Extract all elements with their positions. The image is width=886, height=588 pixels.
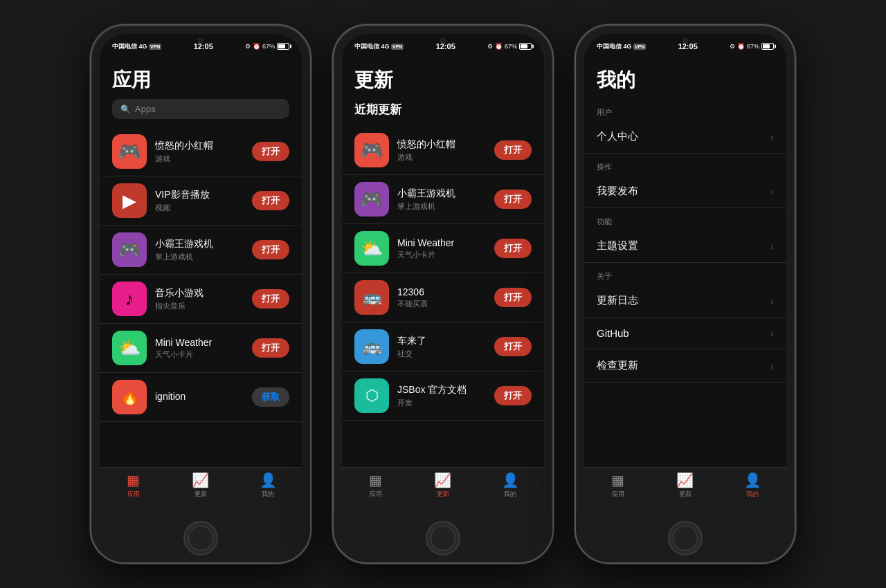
app-btn-4[interactable]: 打开 [252,289,289,309]
update-name-1: 愤怒的小红帽 [397,138,486,151]
app-name-4: 音乐小游戏 [155,287,244,300]
update-btn-3[interactable]: 打开 [494,239,532,258]
tab-mine-2[interactable]: 👤 我的 [477,472,544,499]
tab-updates-icon-3: 📈 [676,472,694,488]
tab-apps-1[interactable]: ▦ 应用 [100,472,167,499]
tab-updates-1[interactable]: 📈 更新 [167,472,234,499]
tab-apps-2[interactable]: ▦ 应用 [342,472,409,499]
menu-item-github[interactable]: GitHub › [584,318,786,349]
phone-apps-screen: 中国电信 4G VPN 12:05 ⚙ ⏰ 67% 应用 🔍 Apps [100,34,302,506]
app-name-2: VIP影音播放 [155,189,244,201]
home-button-inner-3 [673,526,698,551]
apps-search-bar[interactable]: 🔍 Apps [112,99,289,119]
settings-icon-3: ⚙ [730,43,735,50]
app-btn-1[interactable]: 打开 [252,142,289,161]
app-item-1: 🎮 愤怒的小红帽 游戏 打开 [100,127,302,176]
app-item-3: 🎮 小霸王游戏机 掌上游戏机 打开 [100,226,302,275]
phone-bottom-2 [334,514,552,562]
tab-apps-3[interactable]: ▦ 应用 [584,472,651,499]
tab-mine-icon-1: 👤 [260,472,277,488]
status-bar-2: 中国电信 4G VPN 12:05 ⚙ ⏰ 67% [342,34,544,56]
update-cat-2: 掌上游戏机 [397,201,486,212]
app-name-6: ignition [155,391,244,402]
update-item-1: 🎮 愤怒的小红帽 游戏 打开 [342,126,544,175]
home-button-3[interactable] [668,521,703,555]
menu-label-profile: 个人中心 [597,130,638,143]
status-right-2: ⚙ ⏰ 67% [487,43,532,50]
update-cat-3: 天气小卡片 [397,250,486,260]
tab-mine-3[interactable]: 👤 我的 [719,472,786,499]
update-btn-4[interactable]: 打开 [494,288,532,307]
app-info-6: ignition [155,391,244,403]
menu-item-checkupdate[interactable]: 检查更新 › [584,349,786,383]
front-camera-1 [198,38,204,44]
app-info-5: Mini Weather 天气小卡片 [155,337,244,360]
tab-mine-1[interactable]: 👤 我的 [235,472,302,499]
update-name-4: 12306 [397,286,486,297]
menu-item-profile[interactable]: 个人中心 › [584,120,786,154]
chevron-theme: › [770,241,774,252]
alarm-icon-3: ⏰ [737,43,745,50]
apps-screen-content: 应用 🔍 Apps 🎮 愤怒的小红帽 游戏 [100,56,302,506]
update-btn-1[interactable]: 打开 [494,140,532,160]
updates-screen-content: 更新 近期更新 🎮 愤怒的小红帽 游戏 打开 [342,56,544,506]
menu-item-publish[interactable]: 我要发布 › [584,175,786,208]
menu-item-theme[interactable]: 主题设置 › [584,230,786,263]
tab-updates-3[interactable]: 📈 更新 [651,472,718,499]
tab-mine-label-2: 我的 [504,490,516,499]
app-icon-3: 🎮 [112,232,147,267]
app-cat-2: 视频 [155,203,244,213]
update-icon-6: ⬡ [354,378,389,413]
chevron-profile: › [770,131,774,143]
update-icon-1: 🎮 [354,133,389,167]
home-button-2[interactable] [426,521,460,555]
app-btn-3[interactable]: 打开 [252,240,289,259]
update-item-6: ⬡ JSBox 官方文档 开发 打开 [342,371,544,421]
time-3: 12:05 [678,42,698,50]
app-icon-5: ⛅ [112,331,147,365]
carrier-2: 中国电信 4G VPN [354,42,404,51]
updates-tab-bar: ▦ 应用 📈 更新 👤 我的 [342,467,544,506]
app-cat-3: 掌上游戏机 [155,252,244,262]
tab-updates-label-3: 更新 [679,490,691,499]
section-header-about: 关于 [584,263,786,284]
home-button-1[interactable] [183,521,218,555]
app-cat-1: 游戏 [155,154,244,164]
time-2: 12:05 [436,42,455,50]
mine-tab-bar: ▦ 应用 📈 更新 👤 我的 [584,467,786,506]
time-1: 12:05 [194,42,213,50]
status-bar-3: 中国电信 4G VPN 12:05 ⚙ ⏰ 67% [584,34,786,56]
app-cat-4: 指尖音乐 [155,301,244,311]
phone-mine-screen: 中国电信 4G VPN 12:05 ⚙ ⏰ 67% 我的 用户 个人中心 › [584,34,786,506]
chevron-publish: › [770,186,774,197]
carrier-1: 中国电信 4G VPN [112,42,161,51]
phone-mine: 中国电信 4G VPN 12:05 ⚙ ⏰ 67% 我的 用户 个人中心 › [575,24,796,564]
update-btn-2[interactable]: 打开 [494,190,532,209]
tab-updates-label-2: 更新 [437,490,449,499]
chevron-github: › [770,328,774,339]
app-cat-5: 天气小卡片 [155,349,244,360]
update-btn-6[interactable]: 打开 [494,386,532,405]
app-info-2: VIP影音播放 视频 [155,189,244,213]
phone-updates-screen: 中国电信 4G VPN 12:05 ⚙ ⏰ 67% 更新 近期更新 🎮 [342,34,544,506]
status-bar-1: 中国电信 4G VPN 12:05 ⚙ ⏰ 67% [100,34,302,56]
app-item-4: ♪ 音乐小游戏 指尖音乐 打开 [100,275,302,324]
update-cat-4: 不能买票 [397,299,486,309]
mine-list: 用户 个人中心 › 操作 我要发布 › 功能 主题设置 › [584,99,786,467]
front-camera-3 [682,38,688,44]
menu-item-changelog[interactable]: 更新日志 › [584,284,786,318]
home-button-inner-1 [188,526,213,551]
tab-apps-label-3: 应用 [612,490,624,499]
app-btn-2[interactable]: 打开 [252,191,289,210]
status-right-1: ⚙ ⏰ 67% [245,43,289,50]
app-btn-6[interactable]: 获取 [252,387,289,407]
tab-updates-2[interactable]: 📈 更新 [409,472,476,499]
update-btn-5[interactable]: 打开 [494,337,532,356]
alarm-icon-2: ⏰ [495,43,503,50]
mine-page-title: 我的 [584,56,786,99]
search-placeholder-1: Apps [135,104,156,114]
tab-apps-label-2: 应用 [370,490,382,499]
app-btn-5[interactable]: 打开 [252,338,289,358]
battery-icon-3 [761,43,774,50]
mine-screen-content: 我的 用户 个人中心 › 操作 我要发布 › 功能 主题设置 [584,56,786,506]
